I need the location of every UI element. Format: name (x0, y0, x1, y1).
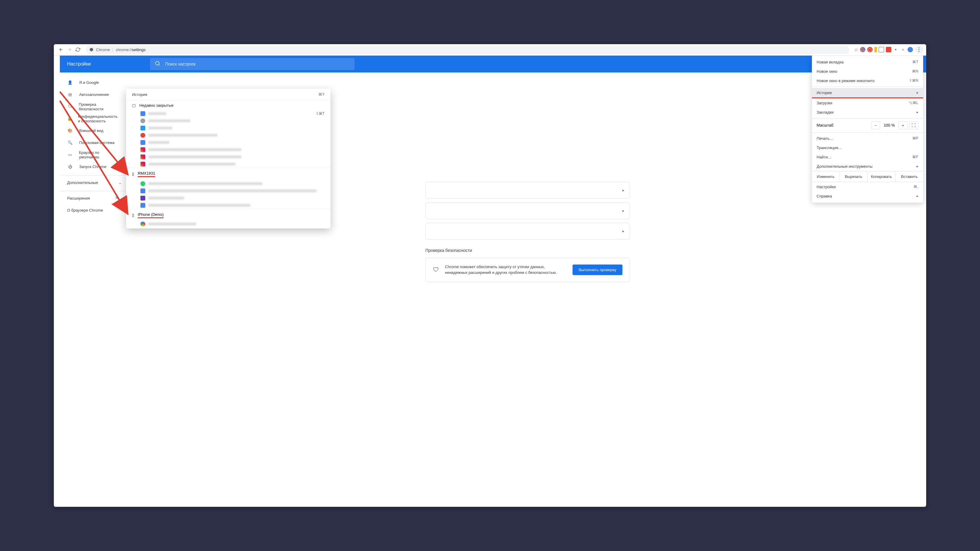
phone-icon: ▯ (132, 213, 134, 218)
extension-icon[interactable]: ◯ (867, 47, 873, 52)
safety-check-text: Chrome поможет обеспечить защиту от утеч… (445, 264, 567, 276)
sidebar-item-about[interactable]: О браузере Chrome (60, 205, 126, 216)
svg-point-1 (918, 48, 919, 48)
search-icon: 🔍 (67, 140, 73, 145)
zoom-in-button[interactable]: + (899, 121, 908, 129)
history-item[interactable] (126, 124, 331, 132)
menu-settings[interactable]: Настройки⌘, (812, 182, 923, 192)
menu-bookmarks[interactable]: Закладки▸ (812, 108, 923, 117)
fullscreen-button[interactable]: ⛶ (909, 121, 918, 129)
history-item[interactable] (126, 194, 331, 202)
sidebar-item-default-browser[interactable]: ▭Браузер по умолчанию (60, 149, 126, 161)
history-item[interactable] (126, 153, 331, 160)
menu-edit-change[interactable]: Изменить (812, 171, 840, 182)
svg-point-3 (918, 51, 919, 52)
history-item[interactable] (126, 139, 331, 146)
sidebar-item-extensions[interactable]: Расширения⇱ (60, 192, 126, 205)
device-rmx1931[interactable]: ▯ RMX1931 (126, 168, 331, 180)
content-area: Настройки 👤Я и Google ▤Автозаполнение 🛡П… (54, 56, 926, 507)
menu-new-tab[interactable]: Новая вкладка⌘T (812, 57, 923, 67)
menu-edit-paste[interactable]: Вставить (896, 171, 923, 182)
menu-downloads[interactable]: Загрузки⌥⌘L (812, 98, 923, 108)
history-item[interactable] (126, 187, 331, 194)
chevron-right-icon: ▸ (916, 194, 918, 198)
history-item[interactable] (126, 202, 331, 209)
menu-edit-copy[interactable]: Копировать (867, 171, 896, 182)
menu-edit-cut[interactable]: Вырезать (840, 171, 868, 182)
shield-icon: 🛡 (433, 266, 439, 273)
sidebar-item-privacy[interactable]: 🔒Конфиденциальность и безопасность (60, 113, 126, 125)
sidebar-item-on-startup[interactable]: ⏻Запуск Chrome (60, 161, 126, 173)
menu-more-tools[interactable]: Дополнительные инструменты▸ (812, 162, 923, 171)
address-bar[interactable]: Chrome | chrome://settings (86, 45, 849, 54)
sidebar-item-safety[interactable]: 🛡Проверка безопасности (60, 101, 126, 113)
device-iphone[interactable]: ▯ iPhone (Denis) (126, 209, 331, 221)
settings-row[interactable]: ▸ (425, 223, 630, 240)
settings-row[interactable]: ▸ (425, 202, 630, 219)
chevron-right-icon: ▸ (622, 229, 624, 233)
menu-incognito[interactable]: Новое окно в режиме инкогнито⇧⌘N (812, 76, 923, 86)
reload-button[interactable] (74, 45, 82, 54)
bookmark-star-icon[interactable]: ☆ (854, 47, 858, 52)
shield-check-icon: 🛡 (67, 104, 73, 109)
history-item[interactable] (126, 160, 331, 168)
svg-point-4 (156, 61, 159, 65)
power-icon: ⏻ (67, 164, 73, 169)
sidebar-item-autofill[interactable]: ▤Автозаполнение (60, 89, 126, 101)
media-control-icon[interactable]: ≡ (900, 47, 906, 52)
autofill-icon: ▤ (67, 92, 73, 97)
extension-icon[interactable] (879, 47, 884, 52)
history-item[interactable] (126, 180, 331, 187)
sidebar-advanced-toggle[interactable]: Дополнительные⌄ (60, 175, 129, 190)
tab-icon: ▢ (132, 103, 135, 108)
browser-window: Chrome | chrome://settings ☆ ◯ ✦ ≡ Настр… (54, 44, 926, 507)
sidebar-item-you-and-google[interactable]: 👤Я и Google (60, 77, 126, 89)
history-item[interactable] (126, 221, 331, 229)
history-item[interactable] (126, 117, 331, 124)
settings-header: Настройки (60, 56, 926, 73)
profile-avatar[interactable] (908, 47, 913, 52)
history-item[interactable] (126, 132, 331, 139)
menu-print[interactable]: Печать…⌘P (812, 134, 923, 143)
browser-icon: ▭ (67, 152, 73, 157)
menu-cast[interactable]: Трансляция… (812, 143, 923, 152)
page-title: Настройки (60, 61, 150, 67)
kebab-menu-button[interactable] (915, 45, 923, 54)
lock-icon: 🔒 (67, 116, 72, 121)
settings-row[interactable]: ▸ (425, 182, 630, 199)
menu-new-window[interactable]: Новое окно⌘N (812, 67, 923, 76)
extension-icon[interactable] (875, 47, 877, 52)
chevron-right-icon: ▸ (916, 110, 918, 114)
safety-check-card: 🛡 Chrome поможет обеспечить защиту от ут… (425, 257, 630, 282)
svg-point-0 (90, 48, 93, 51)
svg-point-2 (918, 49, 919, 50)
external-link-icon: ⇱ (116, 196, 119, 200)
address-url-prefix: chrome:// (116, 48, 132, 52)
phone-icon: ▯ (132, 171, 134, 176)
history-item[interactable]: ⇧⌘T (126, 110, 331, 117)
history-item[interactable] (126, 146, 331, 153)
chrome-main-menu: Новая вкладка⌘T Новое окно⌘N Новое окно … (812, 56, 923, 203)
extension-icon[interactable] (886, 47, 891, 52)
extensions-puzzle-icon[interactable]: ✦ (893, 47, 899, 52)
menu-history[interactable]: История▸ (812, 88, 923, 98)
person-icon: 👤 (67, 80, 73, 85)
sidebar-item-search-engine[interactable]: 🔍Поисковая система (60, 137, 126, 149)
sidebar-item-appearance[interactable]: 🎨Внешний вид (60, 125, 126, 137)
zoom-out-button[interactable]: − (871, 121, 880, 129)
menu-find[interactable]: Найти…⌘F (812, 152, 923, 162)
chevron-right-icon: ▸ (916, 164, 918, 168)
run-safety-check-button[interactable]: Выполнить проверку (573, 265, 622, 275)
toolbar-right: ☆ ◯ ✦ ≡ (854, 45, 923, 54)
settings-search[interactable] (150, 58, 355, 70)
menu-edit-row: Изменить Вырезать Копировать Вставить (812, 171, 923, 182)
search-input[interactable] (165, 62, 350, 67)
menu-help[interactable]: Справка▸ (812, 192, 923, 201)
back-button[interactable] (57, 45, 65, 54)
history-submenu: История ⌘Y ▢ Недавно закрытые ⇧⌘T ▯ RMX (126, 89, 331, 229)
chevron-right-icon: ▸ (622, 188, 624, 192)
forward-button[interactable] (65, 45, 74, 54)
chevron-right-icon: ▸ (916, 91, 918, 95)
extension-icon[interactable] (860, 47, 865, 52)
history-header[interactable]: История ⌘Y (126, 89, 331, 100)
